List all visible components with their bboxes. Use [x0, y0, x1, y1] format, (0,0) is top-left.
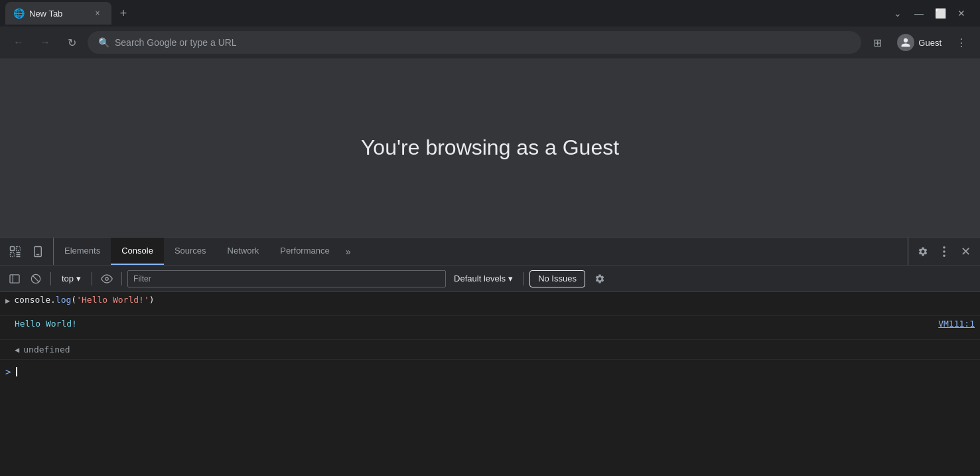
console-toolbar: top ▾ Default levels ▾ No Issues — [0, 266, 980, 292]
code-close-paren: ) — [149, 295, 155, 305]
console-output-text: Hello World! — [15, 319, 938, 329]
refresh-button[interactable]: ↻ — [61, 32, 82, 53]
devtools-tab-list: Elements Console Sources Network Perform… — [54, 238, 908, 265]
extensions-button[interactable]: ⊞ — [867, 32, 888, 53]
forward-button[interactable]: → — [35, 32, 56, 53]
console-log-code: console . log ( 'Hello World!' ) — [14, 295, 975, 305]
search-icon: 🔍 — [98, 37, 109, 48]
console-settings-button[interactable] — [591, 270, 609, 288]
devtools-right-controls: ✕ — [908, 238, 980, 265]
svg-rect-1 — [17, 246, 21, 250]
undefined-entry: ◀ undefined — [0, 340, 980, 360]
title-bar: 🌐 New Tab × + ⌄ — ⬜ ✕ — [0, 0, 980, 27]
chevron-down-icon[interactable]: ⌄ — [890, 5, 906, 21]
console-output: ▶ console . log ( 'Hello World!' ) Hello… — [0, 292, 980, 476]
default-levels-label: Default levels — [454, 274, 506, 283]
active-tab[interactable]: 🌐 New Tab × — [5, 2, 111, 25]
minimize-button[interactable]: — — [911, 5, 927, 21]
page-area: You're browsing as a Guest — [0, 58, 980, 237]
svg-point-10 — [943, 254, 945, 257]
more-options-button[interactable]: ⋮ — [951, 32, 972, 53]
context-selector[interactable]: top ▾ — [56, 271, 86, 286]
code-console: console — [14, 295, 50, 305]
toolbar-divider-3 — [121, 272, 122, 285]
return-arrow-icon: ◀ — [15, 345, 19, 355]
svg-rect-0 — [11, 246, 15, 250]
tab-title: New Tab — [29, 9, 86, 19]
tab-close-button[interactable]: × — [92, 7, 104, 19]
expand-arrow-icon[interactable]: ▶ — [5, 296, 10, 305]
devtools-settings-button[interactable] — [914, 242, 932, 261]
svg-line-14 — [33, 276, 38, 281]
svg-point-15 — [105, 277, 109, 280]
devtools-close-button[interactable]: ✕ — [956, 242, 975, 261]
device-toggle-button[interactable] — [28, 242, 48, 262]
console-output-entry: Hello World! VM111:1 — [0, 316, 980, 340]
console-log-entry[interactable]: ▶ console . log ( 'Hello World!' ) — [0, 292, 980, 316]
avatar — [897, 34, 914, 51]
code-log-method: log — [56, 295, 71, 305]
context-arrow-icon: ▾ — [76, 274, 81, 283]
devtools-tabs: Elements Console Sources Network Perform… — [0, 238, 980, 266]
toolbar-divider-2 — [92, 272, 92, 285]
tab-performance[interactable]: Performance — [269, 238, 340, 265]
close-window-button[interactable]: ✕ — [953, 5, 969, 21]
window-controls: ⌄ — ⬜ ✕ — [890, 5, 975, 21]
no-issues-button[interactable]: No Issues — [529, 270, 585, 287]
tab-elements[interactable]: Elements — [54, 238, 111, 265]
devtools-more-options-button[interactable] — [935, 242, 953, 261]
eye-icon-button[interactable] — [98, 270, 116, 288]
output-text: Hello World! — [15, 319, 77, 329]
svg-rect-2 — [11, 252, 15, 256]
new-tab-button[interactable]: + — [114, 4, 133, 23]
address-bar[interactable]: 🔍 Search Google or type a URL — [88, 31, 861, 54]
svg-rect-11 — [10, 274, 19, 282]
browser-content: You're browsing as a Guest — [0, 58, 980, 476]
nav-right-controls: ⊞ Guest ⋮ — [867, 31, 972, 54]
nav-bar: ← → ↻ 🔍 Search Google or type a URL ⊞ Gu… — [0, 27, 980, 58]
back-button[interactable]: ← — [8, 32, 29, 53]
toolbar-divider — [50, 272, 51, 285]
profile-name: Guest — [918, 38, 942, 48]
levels-arrow-icon: ▾ — [508, 274, 513, 283]
code-string-arg: 'Hello World!' — [76, 295, 149, 305]
page-message: You're browsing as a Guest — [361, 135, 619, 160]
toolbar-divider-4 — [524, 272, 524, 285]
context-label: top — [62, 274, 74, 283]
code-dot: . — [50, 295, 56, 305]
filter-input[interactable] — [127, 270, 446, 287]
svg-point-9 — [943, 250, 945, 253]
tab-console[interactable]: Console — [111, 238, 164, 265]
default-levels-selector[interactable]: Default levels ▾ — [449, 271, 518, 286]
devtools-left-icons — [0, 238, 54, 265]
tab-favicon: 🌐 — [13, 8, 24, 19]
tab-network[interactable]: Network — [217, 238, 270, 265]
svg-point-8 — [943, 246, 945, 249]
no-issues-label: No Issues — [538, 274, 577, 283]
more-tabs-button[interactable]: » — [340, 238, 356, 265]
console-sidebar-button[interactable] — [5, 270, 24, 288]
source-location-link[interactable]: VM111:1 — [938, 319, 975, 329]
tab-strip: 🌐 New Tab × + — [5, 2, 890, 25]
profile-button[interactable]: Guest — [890, 31, 948, 54]
devtools-panel: Elements Console Sources Network Perform… — [0, 237, 980, 476]
clear-console-button[interactable] — [27, 270, 45, 288]
prompt-arrow-icon: > — [5, 366, 11, 377]
inspect-element-button[interactable] — [5, 242, 25, 262]
code-open-paren: ( — [71, 295, 76, 305]
restore-button[interactable]: ⬜ — [932, 5, 948, 21]
prompt-cursor — [16, 367, 17, 376]
console-prompt[interactable]: > — [0, 360, 980, 384]
address-text: Search Google or type a URL — [115, 37, 237, 48]
tab-sources[interactable]: Sources — [164, 238, 217, 265]
undefined-text: undefined — [23, 345, 70, 355]
